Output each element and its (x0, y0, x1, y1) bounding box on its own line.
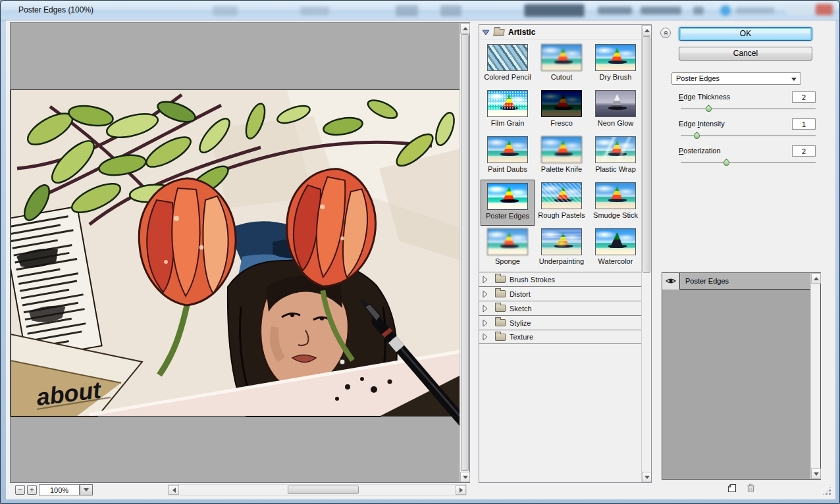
filter-thumb-rough-pastels[interactable]: Rough Pastels (535, 180, 589, 226)
cancel-button[interactable]: Cancel (679, 47, 812, 61)
category-distort[interactable]: Distort (479, 286, 641, 301)
scroll-down-arrow-icon[interactable] (642, 472, 652, 482)
scrollbar-thumb[interactable] (288, 486, 359, 494)
scroll-left-arrow-icon[interactable] (169, 485, 179, 495)
filter-thumb-cutout[interactable]: Cutout (535, 41, 589, 88)
effect-list-scrollbar[interactable] (810, 273, 820, 479)
titlebar-ghost (300, 7, 329, 15)
posterization-track[interactable] (681, 163, 816, 163)
window-buttons-ghost (786, 5, 815, 15)
filter-thumb-smudge-stick[interactable]: Smudge Stick (589, 180, 643, 226)
posterization-value[interactable]: 2 (792, 145, 816, 157)
dialog-body: about − + 100% (6, 20, 835, 499)
zoom-out-button[interactable]: − (15, 485, 25, 495)
category-stylize[interactable]: Stylize (479, 315, 641, 330)
scroll-up-arrow-icon[interactable] (811, 273, 821, 284)
preview-image: about (11, 23, 459, 482)
slider-posterization: Posterization 2 (675, 145, 816, 170)
filter-panel-scrollbar[interactable] (641, 25, 651, 482)
filter-thumb-neon-glow[interactable]: Neon Glow (589, 88, 643, 134)
slider-thumb[interactable] (722, 159, 731, 167)
filter-thumb-image (595, 182, 636, 209)
filter-thumb-plastic-wrap[interactable]: Plastic Wrap (589, 134, 643, 180)
titlebar-ghost (736, 7, 774, 14)
filter-thumb-image (487, 90, 528, 117)
expand-triangle-icon (482, 333, 488, 341)
preview-vertical-scrollbar[interactable] (459, 23, 469, 482)
slider-thumb[interactable] (693, 132, 701, 140)
filter-thumb-image (487, 136, 528, 163)
slider-thumb[interactable] (704, 105, 713, 113)
effect-layers-list: Poster Edges (662, 273, 810, 479)
new-effect-layer-button[interactable] (727, 484, 737, 495)
filter-dropdown[interactable]: Poster Edges (671, 72, 801, 85)
category-label: Artistic (508, 28, 535, 37)
trash-icon (747, 484, 755, 493)
delete-effect-layer-button[interactable] (747, 484, 755, 495)
filter-thumb-image (487, 228, 528, 255)
preview-horizontal-scrollbar[interactable] (168, 484, 467, 495)
slider-edge-thickness: Edge Thickness 2 (675, 91, 816, 116)
filter-thumb-palette-knife[interactable]: Palette Knife (535, 134, 589, 180)
filter-gallery-dialog: Poster Edges (100%) (0, 0, 840, 504)
edge-thickness-track[interactable] (681, 109, 816, 109)
category-brush-strokes[interactable]: Brush Strokes (479, 272, 641, 286)
preview-bottom-bar: − + 100% (10, 484, 471, 497)
folder-icon (495, 290, 506, 297)
filter-category-panel: Artistic Colored Pencil Cutout Dry Brush… (479, 24, 652, 483)
filter-thumb-image (541, 44, 582, 71)
filter-thumb-image (541, 136, 582, 163)
filter-thumb-dry-brush[interactable]: Dry Brush (589, 41, 643, 88)
zoom-dropdown-button[interactable] (80, 484, 93, 495)
preview-panel: about (10, 22, 470, 483)
filter-dropdown-value: Poster Edges (676, 74, 720, 82)
category-artistic-header[interactable]: Artistic (479, 25, 641, 40)
titlebar-ghost (213, 6, 238, 16)
scrollbar-thumb[interactable] (461, 34, 469, 471)
scrollbar-thumb[interactable] (643, 36, 650, 273)
preview-canvas[interactable]: about (11, 23, 459, 482)
filter-thumb-watercolor[interactable]: Watercolor (589, 226, 643, 272)
chevron-down-icon (791, 78, 797, 81)
workspace-button-ghost (598, 7, 632, 14)
expand-triangle-icon (482, 276, 488, 284)
zoom-level-display[interactable]: 100% (39, 484, 80, 495)
titlebar-ghost (396, 5, 418, 16)
double-chevron-up-icon: » (662, 31, 669, 36)
scroll-down-arrow-icon[interactable] (811, 468, 821, 479)
category-texture[interactable]: Texture (479, 330, 641, 344)
folder-icon (495, 334, 506, 341)
edge-intensity-track[interactable] (681, 136, 816, 136)
filter-thumb-paint-daubs[interactable]: Paint Daubs (481, 134, 535, 180)
scroll-up-arrow-icon[interactable] (642, 25, 652, 36)
scroll-up-arrow-icon[interactable] (460, 23, 470, 34)
zoom-in-button[interactable]: + (27, 485, 37, 495)
filter-thumb-image (595, 90, 636, 117)
collapse-panel-button[interactable]: » (660, 28, 671, 38)
edge-thickness-value[interactable]: 2 (792, 91, 816, 103)
effect-layer-row-poster-edges[interactable]: Poster Edges (662, 273, 810, 290)
collapse-triangle-icon (482, 29, 490, 36)
folder-icon (495, 276, 506, 283)
filter-thumb-poster-edges-selected[interactable]: Poster Edges (481, 180, 535, 226)
effect-layers-panel: Poster Edges (662, 272, 821, 480)
scroll-right-arrow-icon[interactable] (456, 485, 466, 495)
filter-thumb-fresco[interactable]: Fresco (535, 88, 589, 134)
filter-thumb-colored-pencil[interactable]: Colored Pencil (481, 41, 535, 88)
scroll-down-arrow-icon[interactable] (460, 472, 470, 482)
expand-triangle-icon (482, 305, 488, 313)
ok-button[interactable]: OK (679, 27, 812, 41)
filter-thumb-image (595, 44, 636, 71)
filter-thumb-underpainting[interactable]: Underpainting (535, 226, 589, 272)
filter-thumb-film-grain[interactable]: Film Grain (481, 88, 535, 134)
visibility-toggle[interactable] (662, 273, 680, 290)
resize-grip[interactable] (822, 486, 831, 495)
filter-thumb-sponge[interactable]: Sponge (481, 226, 535, 272)
category-sketch[interactable]: Sketch (479, 301, 641, 315)
effect-layer-actions (662, 484, 821, 497)
window-title: Poster Edges (100%) (18, 5, 93, 14)
edge-intensity-value[interactable]: 1 (792, 118, 816, 130)
effect-layer-name: Poster Edges (685, 277, 729, 285)
titlebar-ghost (440, 5, 461, 16)
filter-thumb-image (541, 90, 582, 117)
